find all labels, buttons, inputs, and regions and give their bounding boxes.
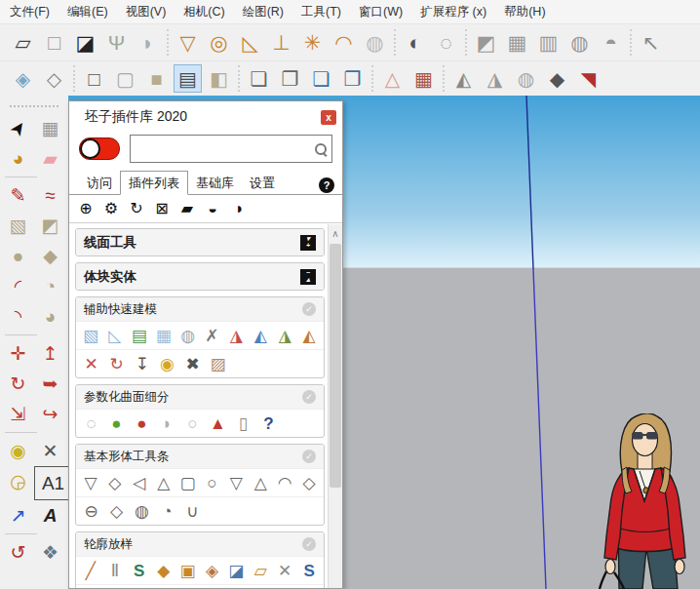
loft-panel-icon[interactable]: ▣ bbox=[79, 587, 103, 588]
menu-extensions[interactable]: 扩展程序 (x) bbox=[420, 4, 486, 20]
check-icon[interactable]: ✓ bbox=[302, 302, 316, 316]
leaf-icon[interactable]: ◗ bbox=[135, 29, 161, 56]
from-contours-icon[interactable]: △ bbox=[379, 65, 406, 92]
loft-hopper-icon[interactable]: ◆ bbox=[152, 559, 175, 582]
menu-camera[interactable]: 相机(C) bbox=[183, 4, 224, 20]
shape-drop-icon[interactable]: △ bbox=[249, 471, 272, 494]
tab-base-library[interactable]: 基础库 bbox=[188, 172, 242, 194]
terrain-flag-icon[interactable]: ▨ bbox=[206, 352, 230, 375]
shape-geosphere-icon[interactable]: ◍ bbox=[130, 499, 154, 523]
solid-union-icon[interactable]: ❏ bbox=[246, 65, 272, 92]
donut-icon[interactable]: ◎ bbox=[206, 29, 232, 56]
solid-trim-icon[interactable]: ❏ bbox=[308, 65, 334, 92]
dimension-tool[interactable]: ✕ bbox=[34, 436, 66, 466]
section-plane-icon[interactable]: ▱ bbox=[10, 29, 36, 56]
sphere-disabled-icon[interactable]: ◍ bbox=[362, 29, 388, 56]
rectangle-tool[interactable]: ▧ bbox=[2, 211, 34, 241]
terrain-blue-arrow-icon[interactable]: ◭ bbox=[249, 324, 272, 347]
arc-tool[interactable]: ◜ bbox=[2, 271, 34, 301]
shape-oval-slot-icon[interactable]: ⊖ bbox=[79, 499, 103, 523]
close-button[interactable]: x bbox=[321, 110, 336, 125]
loft-ramp-icon[interactable]: ╱ bbox=[79, 559, 102, 582]
question-icon[interactable]: ? bbox=[256, 412, 281, 435]
collapse-icon[interactable]: −▴ bbox=[300, 269, 316, 285]
loft-panel-new-icon[interactable]: ▣ bbox=[104, 587, 129, 588]
check-icon[interactable]: ✓ bbox=[302, 537, 316, 551]
stamp-icon[interactable]: ◮ bbox=[482, 65, 508, 92]
shape-circle-icon[interactable]: ○ bbox=[201, 471, 224, 494]
monochrome-style-icon[interactable]: ◧ bbox=[206, 65, 232, 92]
sword-icon[interactable]: ✗ bbox=[201, 324, 224, 347]
subdivide-arrow-icon[interactable]: ▲ bbox=[206, 412, 230, 435]
drape-icon[interactable]: ◍ bbox=[513, 65, 539, 92]
shape-cone-icon[interactable]: △ bbox=[152, 471, 175, 494]
dome-icon[interactable]: ◠ bbox=[331, 29, 357, 56]
menu-view[interactable]: 视图(V) bbox=[126, 4, 167, 20]
tripod-icon[interactable]: ⊥ bbox=[268, 29, 294, 56]
separator[interactable] bbox=[5, 334, 37, 335]
pattern-circle-icon[interactable]: ◍ bbox=[566, 29, 593, 56]
tab-plugin-list[interactable]: 插件列表 bbox=[120, 171, 188, 195]
section-header-basic[interactable]: 基本形体工具条 ✓ bbox=[76, 445, 324, 468]
separator[interactable] bbox=[5, 177, 37, 177]
help-icon[interactable]: ? bbox=[319, 177, 334, 193]
tools-cross-icon[interactable]: ✖ bbox=[180, 352, 205, 375]
check-icon[interactable]: ✓ bbox=[302, 390, 316, 404]
section-header-line-face[interactable]: 线面工具 ▾+ bbox=[76, 229, 324, 255]
text-tool[interactable]: A1 bbox=[34, 466, 72, 500]
orbit-tool[interactable]: ↺ bbox=[2, 537, 34, 568]
settings-gear-icon[interactable]: ⚙ bbox=[102, 200, 120, 217]
wedge-blue-icon[interactable]: ◺ bbox=[103, 324, 127, 347]
push-pull-tool[interactable]: ↥ bbox=[34, 338, 66, 369]
pie-tool[interactable]: ◔ bbox=[34, 271, 66, 301]
shape-u-icon[interactable]: ∪ bbox=[180, 499, 205, 523]
shaded-style-icon[interactable]: ■ bbox=[143, 65, 170, 92]
sphere-wireframe-icon[interactable]: ◌ bbox=[79, 412, 103, 435]
menu-draw[interactable]: 绘图(R) bbox=[243, 4, 284, 20]
terrain-red-arrow-icon[interactable]: ◮ bbox=[224, 324, 248, 347]
split-square-icon[interactable]: ◩ bbox=[473, 29, 499, 56]
move-tool[interactable]: ✛ bbox=[2, 338, 34, 369]
scroll-up-icon[interactable]: ∧ bbox=[329, 224, 342, 242]
loft-fold-icon[interactable]: ◈ bbox=[201, 559, 224, 582]
eraser-tool[interactable]: ▰ bbox=[34, 143, 66, 174]
shell-icon[interactable]: ◗ bbox=[155, 412, 179, 435]
loft-pipe-icon[interactable]: S bbox=[297, 559, 321, 582]
cone-flag-icon[interactable]: ◺ bbox=[237, 29, 263, 56]
loft-column-icon[interactable]: Ⅱ bbox=[103, 559, 127, 582]
shape-wedge-icon[interactable]: ◁ bbox=[128, 471, 151, 494]
tape-measure-tool[interactable]: ◉ bbox=[2, 436, 34, 466]
panel-scrollbar[interactable]: ∧ bbox=[328, 224, 342, 588]
hidden-line-style-icon[interactable]: ▢ bbox=[112, 65, 138, 92]
pattern-box-2-icon[interactable]: ▥ bbox=[535, 29, 562, 56]
shape-frustum-icon[interactable]: ▽ bbox=[79, 471, 102, 494]
terrain-green-icon[interactable]: ◮ bbox=[273, 324, 296, 347]
section-header-param[interactable]: 参数化曲面细分 ✓ bbox=[76, 385, 324, 409]
wireframe-style-icon[interactable]: □ bbox=[81, 65, 107, 92]
cube-green-arrow-icon[interactable]: ▤ bbox=[128, 324, 151, 347]
section-header-lofting[interactable]: 轮廓放样 ✓ bbox=[76, 532, 324, 556]
make-component-tool[interactable]: ▦ bbox=[34, 113, 66, 143]
sparkle-icon[interactable]: ✳ bbox=[299, 29, 326, 56]
shape-cube-icon[interactable]: ▢ bbox=[176, 471, 200, 494]
sphere-red-icon[interactable]: ● bbox=[130, 412, 154, 435]
search-input[interactable] bbox=[135, 140, 314, 157]
eclipse-boxes-icon[interactable]: ◐ bbox=[402, 29, 428, 56]
back-edges-style-icon[interactable]: ◇ bbox=[41, 65, 67, 92]
pillar-icon[interactable]: ▯ bbox=[231, 412, 255, 435]
offset-tool[interactable]: ↪ bbox=[34, 399, 66, 429]
loft-x-icon[interactable]: ✕ bbox=[273, 559, 296, 582]
sphere-green-icon[interactable]: ● bbox=[104, 412, 129, 435]
flip-edge-icon[interactable]: ◥ bbox=[575, 65, 602, 92]
separator[interactable] bbox=[5, 432, 37, 433]
from-scratch-icon[interactable]: ▦ bbox=[410, 65, 437, 92]
expand-icon[interactable]: ▾+ bbox=[300, 235, 316, 251]
remove-file-icon[interactable]: ⊠ bbox=[153, 200, 171, 217]
menu-edit[interactable]: 编辑(E) bbox=[67, 4, 108, 20]
tab-visit[interactable]: 访问 bbox=[79, 172, 120, 194]
scrollbar-thumb[interactable] bbox=[330, 244, 341, 488]
grass-icon[interactable]: Ψ bbox=[103, 29, 130, 56]
shape-polyhedron-icon[interactable]: ◇ bbox=[104, 499, 129, 523]
panel-title-bar[interactable]: 坯子插件库 2020 x bbox=[69, 101, 342, 131]
section-header-solid[interactable]: 体块实体 −▴ bbox=[76, 263, 324, 290]
